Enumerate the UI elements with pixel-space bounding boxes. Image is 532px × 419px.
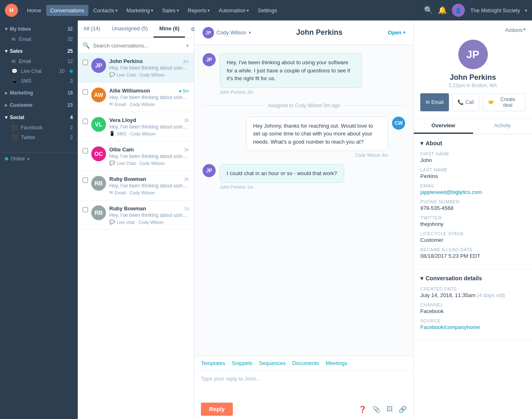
field-label-lastname: Last Name <box>420 167 525 172</box>
actions-button[interactable]: Actions <box>505 27 523 33</box>
avatar: CW <box>392 117 405 130</box>
field-value-email[interactable]: jappleseed@biglytics.com <box>420 189 525 195</box>
nav-home[interactable]: Home <box>23 5 45 16</box>
message-row: JP I could chat in an hour or so - would… <box>203 164 405 189</box>
sms-icon: 📱 <box>11 78 18 84</box>
list-item[interactable]: JP John Perkins 3m Hey, I've been thinki… <box>78 53 194 83</box>
call-button[interactable]: 📞 Call <box>452 93 479 111</box>
conv-channel: ✉ Email · Cody Wilson <box>109 190 189 195</box>
field-value-phone: 978-535-4568 <box>420 205 525 211</box>
avatar: RB <box>91 176 106 191</box>
chat-header: JP Cody Wilson ▾ John Perkins Open ▾ <box>194 20 413 45</box>
avatar: JP <box>91 58 106 73</box>
conv-details-header[interactable]: ▾ Conversation details <box>420 275 525 282</box>
sidebar-item-facebook[interactable]: ⬛ Facebook 2 <box>0 123 78 133</box>
email-button[interactable]: ✉ Email <box>420 93 449 111</box>
sidebar-item-sales-email[interactable]: ✉ Email 12 <box>0 56 78 66</box>
conv-preview: Hey, I've been thinking about using your… <box>109 65 189 71</box>
conv-name: John Perkins <box>109 58 143 64</box>
conv-checkbox[interactable] <box>83 178 88 183</box>
search-filter-icon[interactable]: ▾ <box>186 43 189 49</box>
field-label-twitter: Twitter <box>420 215 525 220</box>
status-button[interactable]: Open ▾ <box>388 29 405 36</box>
chevron-down-icon: ▾ <box>5 48 7 54</box>
sidebar-item-email-inbox[interactable]: ✉ Email 32 <box>0 34 78 44</box>
conversation-items: JP John Perkins 3m Hey, I've been thinki… <box>78 53 194 419</box>
nav-settings[interactable]: Settings <box>254 5 281 16</box>
sidebar-item-twitter[interactable]: ⬛ Twitter 2 <box>0 133 78 142</box>
nav-sales[interactable]: Sales▾ <box>158 5 183 16</box>
sidebar-item-live-chat[interactable]: 💬 Live Chat 10 <box>0 66 78 76</box>
search-icon[interactable]: 🔍 <box>424 6 433 15</box>
documents-btn[interactable]: Documents <box>292 360 319 366</box>
tab-unassigned[interactable]: Unassigned (5) <box>106 20 153 38</box>
conv-checkbox[interactable] <box>83 148 88 153</box>
reply-button[interactable]: Reply <box>201 403 233 416</box>
sidebar-section-customer[interactable]: ▸ Customer 23 <box>0 100 78 110</box>
contact-avatar: JP <box>458 40 488 69</box>
field-value-lead-date: 08/18/2017 5:23 PM EDT <box>420 253 525 259</box>
conv-checkbox[interactable] <box>83 119 88 124</box>
conv-time: 3h <box>184 118 189 123</box>
hubspot-logo[interactable]: H <box>5 4 18 17</box>
chevron-down-icon: ▾ <box>420 140 423 146</box>
online-status[interactable]: Online ▾ <box>0 152 78 165</box>
nav-conversations[interactable]: Conversations <box>46 5 88 16</box>
templates-btn[interactable]: Templates <box>201 360 225 366</box>
list-item[interactable]: RB Ruby Bowman 3h Hey, I've been thinkin… <box>78 171 194 200</box>
chevron-down-icon: ▾ <box>420 275 423 282</box>
sidebar-section-myinbox[interactable]: ▾ My Inbox 32 <box>0 24 78 34</box>
create-deal-button[interactable]: 🤝 Create deal <box>482 93 525 111</box>
sidebar-section-marketing[interactable]: ▸ Marketing 18 <box>0 88 78 98</box>
about-section-header[interactable]: ▾ About <box>420 140 525 146</box>
field-value-source[interactable]: Facebook/companyhome <box>420 324 525 330</box>
nav-reports[interactable]: Reports▾ <box>184 5 214 16</box>
snippets-btn[interactable]: Snippets <box>232 360 252 366</box>
field-label-source: Source <box>420 318 525 323</box>
question-icon[interactable]: ❓ <box>358 405 367 413</box>
field-label-firstname: First name <box>420 151 525 156</box>
sidebar-section-social[interactable]: ▾ Social 4 <box>0 112 78 123</box>
field-value-lastname: Perkins <box>420 173 525 179</box>
list-item[interactable]: VL Vera Lloyd 3h Hey, I've been thinking… <box>78 112 194 142</box>
list-item[interactable]: OC Ollie Cain 3h Hey, I've been thinking… <box>78 142 194 171</box>
status-chevron-icon: ▾ <box>403 30 405 35</box>
field-label-email: Email <box>420 183 525 188</box>
facebook-icon: ⬛ <box>11 125 18 131</box>
attachment-icon[interactable]: 📎 <box>372 405 381 413</box>
list-item[interactable]: RB Ruby Bowman 1d Hey, I've been thinkin… <box>78 200 194 230</box>
list-item[interactable]: AW Allie Williamson ● 5m Hey, I've been … <box>78 83 194 112</box>
notifications-icon[interactable]: 🔔 <box>438 6 447 15</box>
search-input[interactable] <box>93 43 183 49</box>
nav-marketing[interactable]: Marketing▾ <box>122 5 157 16</box>
sidebar-item-sms[interactable]: 📱 SMS 3 <box>0 76 78 86</box>
message-meta: John Perkins 3m <box>220 90 362 95</box>
conv-name: Allie Williamson <box>109 88 150 94</box>
profile-menu[interactable]: 👤 The Midnight Society ▾ <box>452 4 527 17</box>
sequences-btn[interactable]: Sequences <box>259 360 286 366</box>
chat-panel: JP Cody Wilson ▾ John Perkins Open ▾ JP … <box>194 20 413 419</box>
conv-checkbox[interactable] <box>83 207 88 212</box>
meetings-btn[interactable]: Meetings <box>326 360 347 366</box>
avatar: 👤 <box>452 4 465 17</box>
compose-input-area[interactable]: Type your reply to John... <box>194 371 413 399</box>
conv-channel: 💬 Live chat · Cody Wilson <box>109 219 189 225</box>
avatar: JP <box>203 27 214 38</box>
chevron-right-icon: ▸ <box>5 102 7 108</box>
message-row: JP Hey, I've been thinking about to usin… <box>203 53 405 95</box>
tab-overview[interactable]: Overview <box>414 118 473 134</box>
conv-preview: Hey, I've been thinking about using your… <box>109 124 189 130</box>
conv-checkbox[interactable] <box>83 60 88 65</box>
assignee-selector[interactable]: JP Cody Wilson ▾ <box>203 27 251 38</box>
conv-checkbox[interactable] <box>83 89 88 95</box>
image-icon[interactable]: 🖼 <box>386 405 393 413</box>
chat-icon: 💬 <box>109 160 115 166</box>
nav-contacts[interactable]: Contacts▾ <box>89 5 122 16</box>
nav-automation[interactable]: Automation▾ <box>214 5 253 16</box>
tab-mine[interactable]: Mine (6) <box>153 20 185 38</box>
conv-preview: Hey, I've been thinking about using your… <box>109 153 189 159</box>
tab-all[interactable]: All (14) <box>78 20 106 38</box>
tab-activity[interactable]: Activity <box>473 118 532 134</box>
sidebar-section-sales[interactable]: ▾ Sales 25 <box>0 46 78 56</box>
link-icon[interactable]: 🔗 <box>399 405 407 413</box>
